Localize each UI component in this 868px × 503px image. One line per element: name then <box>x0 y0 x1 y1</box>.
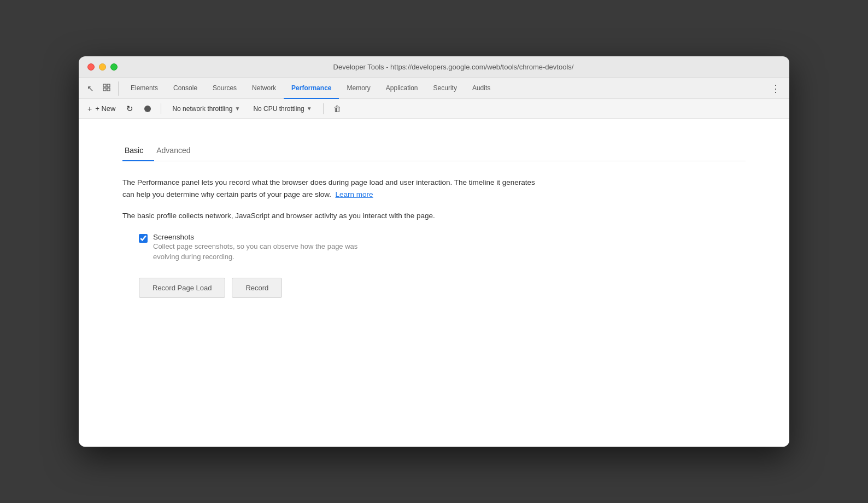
title-bar: Developer Tools - https://developers.goo… <box>79 56 789 78</box>
tab-application[interactable]: Application <box>378 78 426 99</box>
action-button-row: Record Page Load Record <box>139 278 746 298</box>
layers-icon-btn[interactable] <box>99 81 114 96</box>
network-throttle-dropdown[interactable]: No network throttling ▼ <box>168 103 244 115</box>
record-dot-icon <box>144 106 151 112</box>
tab-security[interactable]: Security <box>426 78 465 99</box>
devtools-window: Developer Tools - https://developers.goo… <box>79 56 789 447</box>
toolbar: + + New ↻ No network throttling ▼ No CPU… <box>79 99 789 119</box>
svg-rect-0 <box>103 84 106 87</box>
description-2: The basic profile collects network, Java… <box>122 210 549 222</box>
description-1: The Performance panel lets you record wh… <box>122 177 549 200</box>
record-page-load-button[interactable]: Record Page Load <box>139 278 225 298</box>
tab-network[interactable]: Network <box>244 78 284 99</box>
new-button[interactable]: + + New <box>84 102 119 115</box>
tab-audits[interactable]: Audits <box>465 78 498 99</box>
chevron-down-icon: ▼ <box>234 106 240 112</box>
svg-rect-1 <box>107 84 110 87</box>
tab-elements[interactable]: Elements <box>123 78 166 99</box>
clear-button[interactable]: 🗑 <box>330 102 344 115</box>
tab-bar: ↖ Elements <box>79 78 789 99</box>
minimize-button[interactable] <box>99 63 106 71</box>
content-area: Basic Advanced The Performance panel let… <box>79 119 789 447</box>
reload-button[interactable]: ↻ <box>123 102 137 116</box>
inner-tab-advanced[interactable]: Advanced <box>154 141 201 161</box>
tabs-list: Elements Console Sources Network Perform… <box>123 78 498 98</box>
traffic-lights <box>87 63 118 71</box>
layers-icon <box>102 83 111 93</box>
tab-memory[interactable]: Memory <box>339 78 378 99</box>
record-button-main[interactable]: Record <box>232 278 282 298</box>
screenshots-label-block: Screenshots Collect page screenshots, so… <box>153 233 383 262</box>
screenshots-checkbox[interactable] <box>139 234 148 243</box>
screenshots-checkbox-row: Screenshots Collect page screenshots, so… <box>139 233 729 262</box>
tab-performance[interactable]: Performance <box>284 78 339 99</box>
reload-icon: ↻ <box>126 104 133 114</box>
svg-rect-3 <box>107 88 110 91</box>
cursor-icon-btn[interactable]: ↖ <box>83 81 97 96</box>
chevron-down-icon-2: ▼ <box>307 106 312 112</box>
close-button[interactable] <box>87 63 95 71</box>
tab-console[interactable]: Console <box>166 78 205 99</box>
learn-more-link[interactable]: Learn more <box>335 190 373 198</box>
devtools-panel: ↖ Elements <box>79 78 789 447</box>
screenshots-label: Screenshots <box>153 233 194 241</box>
more-tabs-button[interactable]: ⋮ <box>766 83 785 95</box>
cpu-throttle-dropdown[interactable]: No CPU throttling ▼ <box>249 103 316 115</box>
svg-rect-2 <box>103 88 106 91</box>
inner-tab-bar: Basic Advanced <box>122 141 746 161</box>
tab-bar-icons: ↖ <box>83 81 119 96</box>
window-title: Developer Tools - https://developers.goo… <box>126 63 781 71</box>
maximize-button[interactable] <box>110 63 118 71</box>
screenshots-description: Collect page screenshots, so you can obs… <box>153 241 383 262</box>
toolbar-separator-2 <box>323 103 324 114</box>
record-button[interactable] <box>141 103 154 114</box>
inner-tab-basic[interactable]: Basic <box>122 141 154 161</box>
plus-icon: + <box>87 104 92 113</box>
tab-sources[interactable]: Sources <box>205 78 244 99</box>
toolbar-separator-1 <box>161 103 161 114</box>
cursor-icon: ↖ <box>87 84 94 93</box>
trash-icon: 🗑 <box>333 104 341 113</box>
